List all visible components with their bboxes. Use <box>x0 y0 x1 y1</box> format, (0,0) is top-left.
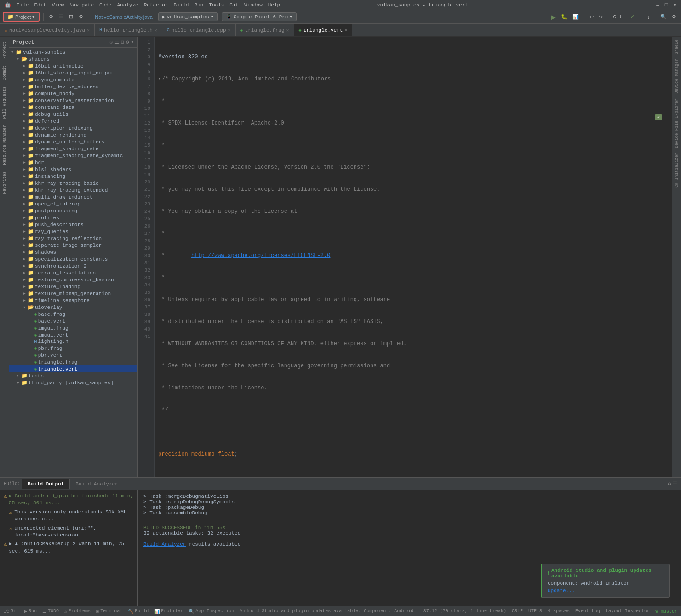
tree-terrain[interactable]: ▶ 📁 terrain_tessellation <box>9 269 137 276</box>
tree-specialization[interactable]: ▶ 📁 specialization_constants <box>9 256 137 262</box>
tree-constant-data[interactable]: ▶ 📁 constant_data <box>9 104 137 111</box>
tab-hello-h[interactable]: H hello_triangle.h ✕ <box>95 24 162 36</box>
tree-conservative[interactable]: ▶ 📁 conservative_rasterization <box>9 97 137 104</box>
status-todo[interactable]: ☰ TODO <box>42 609 59 614</box>
tree-instancing[interactable]: ▶ 📁 instancing <box>9 173 137 180</box>
menu-help[interactable]: Help <box>265 2 283 8</box>
tree-shaders[interactable]: ▾ 📂 shaders <box>9 56 137 63</box>
menu-window[interactable]: Window <box>241 2 265 8</box>
undo-button[interactable]: ↩ <box>588 13 595 21</box>
build-analyzer-link[interactable]: Build Analyzer <box>143 542 186 547</box>
tree-descriptor[interactable]: ▶ 📁 descriptor_indexing <box>9 125 137 131</box>
fold-arrow-2[interactable]: ▾ <box>158 75 161 83</box>
sidebar-item-project[interactable]: Project <box>1 39 8 62</box>
tab-hello-h-close[interactable]: ✕ <box>155 28 157 33</box>
tab-build-analyzer[interactable]: Build Analyzer <box>70 479 124 489</box>
notification-update-link[interactable]: Update... <box>548 588 575 593</box>
settings-icon[interactable]: ⚙ <box>126 39 129 45</box>
menu-git[interactable]: Git <box>227 2 241 8</box>
git-pull-btn[interactable]: ↓ <box>646 13 652 21</box>
tree-texture-loading[interactable]: ▶ 📁 texture_loading <box>9 283 137 290</box>
list-icon[interactable]: ☰ <box>114 39 119 45</box>
tree-texture-mipmap[interactable]: ▶ 📁 texture_mipmap_generation <box>9 290 137 297</box>
layout-inspector[interactable]: Layout Inspector <box>606 609 650 614</box>
menu-view[interactable]: View <box>49 2 67 8</box>
tree-compute-nbody[interactable]: ▶ 📁 compute_nbody <box>9 90 137 97</box>
build-item-sdk[interactable]: ⚠ This version only understands SDK XML … <box>0 508 137 524</box>
debug-button[interactable]: 🐛 <box>559 13 569 21</box>
tree-uioverlay[interactable]: ▾ 📂 uioverlay <box>9 304 137 311</box>
tree-separate-image[interactable]: ▶ 📁 separate_image_sampler <box>9 242 137 249</box>
tree-multi-draw[interactable]: ▶ 📁 multi_draw_indirect <box>9 194 137 200</box>
toolbar-sync-btn[interactable]: ⟳ <box>47 13 55 21</box>
menu-run[interactable]: Run <box>191 2 206 8</box>
build-item-gradle[interactable]: ⚠ ▶ Build android_gradle: finished: 11 m… <box>0 492 137 508</box>
tab-triangle-frag-close[interactable]: ✕ <box>286 28 289 33</box>
menu-edit[interactable]: Edit <box>31 2 49 8</box>
toolbar-settings-btn[interactable]: ⚙ <box>77 13 85 21</box>
code-editor[interactable]: #version 320 es ▾/* Copyright (c) 2019, … <box>155 37 672 477</box>
build-item-unexpected[interactable]: ⚠ unexpected element (uri:"", local:"bas… <box>0 524 137 540</box>
tab-hello-cpp-close[interactable]: ✕ <box>228 28 231 33</box>
minimize-button[interactable]: — <box>653 2 662 8</box>
tree-texture-basisu[interactable]: ▶ 📁 texture_compression_basisu <box>9 276 137 283</box>
settings-button[interactable]: ⚙ <box>670 13 678 21</box>
hide-icon[interactable]: ▾ <box>131 39 134 45</box>
tree-tests[interactable]: ▶ 📁 tests <box>9 372 137 379</box>
status-run[interactable]: ▶ Run <box>24 609 37 614</box>
search-button[interactable]: 🔍 <box>658 13 669 21</box>
tree-push-desc[interactable]: ▶ 📁 push_descriptors <box>9 221 137 228</box>
recent-files-button[interactable]: NativeSampleActivity.java <box>93 13 155 21</box>
event-log[interactable]: Event Log <box>575 609 600 614</box>
profile-button[interactable]: 📊 <box>571 13 581 21</box>
tree-imgui-frag[interactable]: ◈ imgui.frag <box>9 325 137 331</box>
toolbar-split-btn[interactable]: ⊞ <box>67 13 75 21</box>
menu-tools[interactable]: Tools <box>206 2 227 8</box>
tree-ray-queries[interactable]: ▶ 📁 ray_queries <box>9 228 137 235</box>
redo-button[interactable]: ↪ <box>597 13 605 21</box>
sidebar-item-device-file-explorer[interactable]: Device File Explorer <box>674 97 680 150</box>
tree-third-party[interactable]: ▶ 📁 third_party [vulkan_samples] <box>9 379 137 386</box>
sidebar-item-cs-initializer[interactable]: C# Initializer <box>674 151 680 189</box>
tree-shadows[interactable]: ▶ 📁 shadows <box>9 249 137 256</box>
tab-native-sample-close[interactable]: ✕ <box>87 28 90 33</box>
bottom-panel-options-icon[interactable]: ☰ <box>673 481 677 487</box>
tree-profiles[interactable]: ▶ 📁 profiles <box>9 214 137 221</box>
status-profiler[interactable]: 📊 Profiler <box>154 609 183 614</box>
indent[interactable]: 4 spaces <box>548 609 570 614</box>
encoding[interactable]: UTF-8 <box>528 609 542 614</box>
tree-timeline[interactable]: ▶ 📁 timeline_semaphore <box>9 297 137 304</box>
tree-lighting-h[interactable]: H lighting.h <box>9 338 137 345</box>
tree-hdr[interactable]: ▶ 📁 hdr <box>9 159 137 166</box>
close-button[interactable]: ✕ <box>670 2 679 8</box>
sidebar-item-device-manager[interactable]: Device Manager <box>674 57 680 96</box>
sidebar-item-pull-requests[interactable]: Pull Requests <box>1 84 8 121</box>
tree-debug-utils[interactable]: ▶ 📁 debug_utils <box>9 111 137 118</box>
tree-opencl[interactable]: ▶ 📁 open_cl_interop <box>9 200 137 207</box>
tree-async-compute[interactable]: ▶ 📁 async_compute <box>9 76 137 83</box>
tree-pbr-frag[interactable]: ◈ pbr.frag <box>9 345 137 352</box>
menu-file[interactable]: File <box>14 2 31 8</box>
tab-triangle-frag[interactable]: ◈ triangle.frag ✕ <box>236 24 294 36</box>
menu-build[interactable]: Build <box>171 2 191 8</box>
tree-base-vert[interactable]: ◈ base.vert <box>9 318 137 325</box>
status-terminal[interactable]: ▣ Terminal <box>96 609 122 614</box>
sidebar-item-gradle[interactable]: Gradle <box>674 38 680 56</box>
device-selector[interactable]: 📱 Google Pixel 6 Pro ▾ <box>222 12 297 21</box>
toolbar-list-btn[interactable]: ☰ <box>57 13 65 21</box>
tree-postprocessing[interactable]: ▶ 📁 postprocessing <box>9 207 137 214</box>
tree-imgui-vert[interactable]: ◈ imgui.vert <box>9 331 137 338</box>
menu-refactor[interactable]: Refactor <box>141 2 171 8</box>
tab-triangle-vert[interactable]: ◈ triangle.vert ✕ <box>294 24 353 36</box>
menu-navigate[interactable]: Navigate <box>67 2 97 8</box>
sidebar-item-commit[interactable]: Commit <box>1 63 8 83</box>
status-git[interactable]: ⎇ Git <box>4 609 19 614</box>
tree-hlsl[interactable]: ▶ 📁 hlsl_shaders <box>9 166 137 173</box>
git-push-btn[interactable]: ↑ <box>638 13 644 21</box>
tab-hello-cpp[interactable]: C hello_triangle.cpp ✕ <box>162 24 236 36</box>
menu-analyze[interactable]: Analyze <box>114 2 141 8</box>
sidebar-item-favorites[interactable]: Favorites <box>1 169 8 197</box>
tree-pbr-vert[interactable]: ◈ pbr.vert <box>9 352 137 359</box>
status-build[interactable]: 🔨 Build <box>128 609 149 614</box>
sidebar-item-resource-manager[interactable]: Resource Manager <box>1 122 8 167</box>
